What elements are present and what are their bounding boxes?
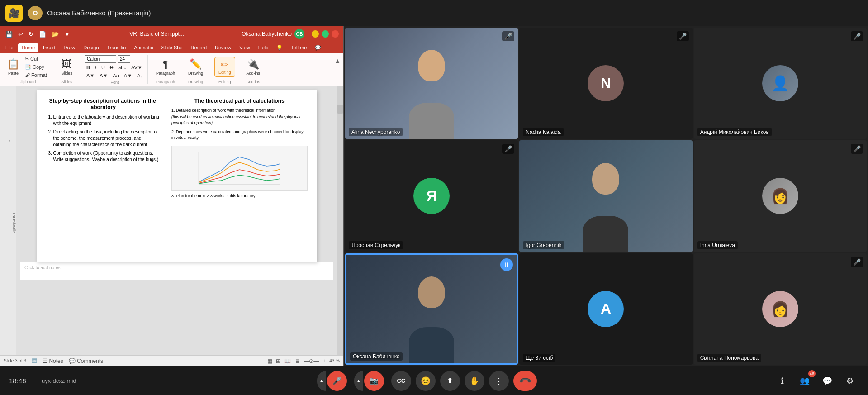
view-normal-icon[interactable]: ▦ xyxy=(267,358,272,364)
tab-design[interactable]: Design xyxy=(80,43,102,52)
oksana-speaking-icon: ⏸ xyxy=(500,258,513,271)
ribbon-tools: 📋 Paste ✂ Cut 📑 Copy 🖌 Format Clipboard xyxy=(0,53,343,86)
ppt-new-icon[interactable]: 📄 xyxy=(37,30,48,38)
font-family-input[interactable] xyxy=(85,55,116,63)
tab-transition[interactable]: Transitio xyxy=(104,43,130,52)
view-slide-sorter-icon[interactable]: ⊞ xyxy=(276,358,280,364)
yaroslav-name: Ярослав Стрельчук xyxy=(349,241,403,249)
zoom-slider[interactable]: —⊙— xyxy=(304,358,319,364)
paragraph-button[interactable]: ¶ Paragraph xyxy=(154,57,177,77)
igor-name: Igor Grebennik xyxy=(523,241,564,249)
camera-button[interactable]: 📷 xyxy=(364,371,384,391)
tab-record[interactable]: Record xyxy=(187,43,210,52)
scrollbar-thumb[interactable] xyxy=(337,105,343,114)
hand-icon: ✋ xyxy=(470,376,479,386)
end-call-icon: 📞 xyxy=(518,374,532,388)
italic-button[interactable]: I xyxy=(93,64,98,71)
copy-button[interactable]: 📑 Copy xyxy=(23,63,49,71)
ppt-open-icon[interactable]: 📂 xyxy=(50,30,61,38)
main-layout: 💾 ↩ ↻ 📄 📂 ▼ VR_Basic of Sen.ppt... Oksan… xyxy=(0,26,868,366)
tab-home[interactable]: Home xyxy=(18,43,38,52)
tab-slideshow[interactable]: Slide She xyxy=(157,43,186,52)
zoom-in-icon[interactable]: + xyxy=(323,358,326,364)
view-reading-icon[interactable]: 📖 xyxy=(284,358,291,364)
format-painter-button[interactable]: 🖌 Format xyxy=(23,71,49,79)
ppt-save-icon[interactable]: 💾 xyxy=(4,30,14,38)
ppt-slide-container: Thumbnails › Step-by-step description of… xyxy=(0,86,343,355)
tab-tellme[interactable]: Tell me xyxy=(287,43,310,52)
clear-format-button[interactable]: A↓ xyxy=(135,72,145,79)
tab-view[interactable]: View xyxy=(236,43,254,52)
shadow-button[interactable]: A▼ xyxy=(85,72,96,79)
info-button[interactable]: ℹ xyxy=(773,372,791,390)
drawing-button[interactable]: ✏️ Drawing xyxy=(186,57,205,77)
captions-button[interactable]: CC xyxy=(391,371,411,391)
cut-button[interactable]: ✂ Cut xyxy=(23,55,49,63)
charspace-button[interactable]: abc xyxy=(116,64,128,71)
addins-content: 🔌 Add-ins xyxy=(245,55,262,79)
ppt-undo-icon[interactable]: ↩ xyxy=(16,30,25,38)
andriy-avatar: 👤 xyxy=(762,65,798,101)
mic-button[interactable]: 🎤 xyxy=(327,371,347,391)
inna-mute-icon: 🎤 xyxy=(851,144,863,154)
fontsize-up-button[interactable]: Aa xyxy=(111,72,120,79)
mic-chevron-up[interactable]: ▲ xyxy=(317,371,326,391)
activities-icon: ⚙ xyxy=(846,376,854,386)
slides-label: Slides xyxy=(61,80,72,84)
video-cell-nadiia: N 🎤 Nadiia Kalaida xyxy=(519,28,692,139)
fontcolor-button[interactable]: AV▼ xyxy=(129,64,144,71)
bold-button[interactable]: B xyxy=(85,64,92,71)
ppt-username: Oksana Babychenko xyxy=(242,31,292,37)
strikethrough-button[interactable]: S xyxy=(108,64,115,71)
ppt-scrollbar[interactable] xyxy=(337,86,343,355)
tab-animation[interactable]: Animatic xyxy=(130,43,157,52)
video-cell-oksana: ⏸ Оксана Бабиченко xyxy=(345,253,518,365)
activities-button[interactable]: ⚙ xyxy=(841,372,859,390)
tab-draw[interactable]: Draw xyxy=(60,43,79,52)
chat-icon: 💬 xyxy=(822,376,832,386)
paste-button[interactable]: 📋 Paste xyxy=(5,57,21,77)
slide-content[interactable]: Step-by-step description of actions in t… xyxy=(37,90,317,262)
ppt-redo-icon[interactable]: ↻ xyxy=(27,30,35,38)
font-label: Font xyxy=(110,80,119,85)
more-avatar: А xyxy=(588,291,624,327)
camera-chevron-up[interactable]: ▲ xyxy=(354,371,363,391)
slides-button[interactable]: 🖼 Slides xyxy=(59,57,74,77)
close-button[interactable] xyxy=(332,30,339,38)
editing-button[interactable]: ✏ Editing xyxy=(214,57,235,77)
tab-lightbulb[interactable]: 💡 xyxy=(273,43,286,52)
fontsize-down-button[interactable]: A▼ xyxy=(122,72,134,79)
chat-button[interactable]: 💬 xyxy=(818,372,836,390)
ppt-notes[interactable]: Click to add notes xyxy=(20,262,333,280)
zoom-level: 43 % xyxy=(329,358,340,363)
tab-review[interactable]: Review xyxy=(211,43,235,52)
tab-insert[interactable]: Insert xyxy=(39,43,59,52)
ppt-user: Oksana Babychenko OB xyxy=(242,29,304,39)
tab-file[interactable]: File xyxy=(2,43,17,52)
ppt-more-icon[interactable]: ▼ xyxy=(62,30,72,38)
present-button[interactable]: ⬆ xyxy=(440,371,460,391)
notes-toggle[interactable]: ☰ Notes xyxy=(43,358,63,364)
emoji-button[interactable]: 😊 xyxy=(416,371,436,391)
tab-comment-icon[interactable]: 💬 xyxy=(311,43,325,52)
underline-button[interactable]: U xyxy=(100,64,107,71)
alina-head xyxy=(418,50,445,81)
comments-toggle[interactable]: 💬 Comments xyxy=(69,358,103,364)
minimize-button[interactable] xyxy=(312,30,319,38)
more-options-button[interactable]: ⋮ xyxy=(489,371,509,391)
participants-button[interactable]: 👥 46 xyxy=(796,372,814,390)
view-presenter-icon[interactable]: 🖥 xyxy=(294,358,300,364)
end-call-button[interactable]: 📞 xyxy=(513,371,537,391)
raise-hand-button[interactable]: ✋ xyxy=(465,371,484,391)
addins-button[interactable]: 🔌 Add-ins xyxy=(245,57,262,77)
ribbon-collapse-icon[interactable]: ▲ xyxy=(334,57,341,64)
textcolor-button[interactable]: A▼ xyxy=(98,72,109,79)
ppt-ribbon: File Home Insert Draw Design Transitio A… xyxy=(0,42,343,86)
yaroslav-avatar: Я xyxy=(413,178,450,214)
font-size-input[interactable] xyxy=(118,55,130,63)
maximize-button[interactable] xyxy=(322,30,329,38)
expand-panel-icon[interactable]: › xyxy=(9,138,10,143)
tab-help[interactable]: Help xyxy=(255,43,272,52)
paragraph-label: Paragraph xyxy=(156,80,175,84)
drawing-content: ✏️ Drawing xyxy=(186,55,205,79)
